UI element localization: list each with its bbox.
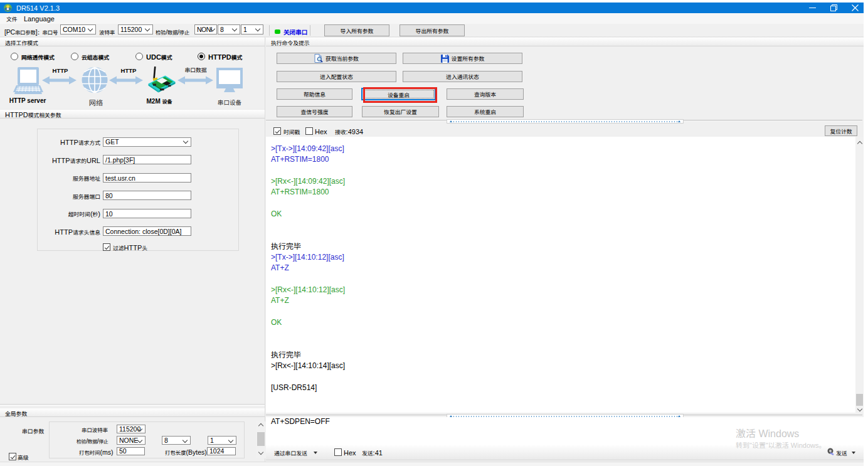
svg-text:M2M 设备: M2M 设备 <box>147 98 173 105</box>
svg-text:串口设备: 串口设备 <box>218 98 242 107</box>
svg-text:网络: 网络 <box>89 97 103 107</box>
svg-text:HTTP server: HTTP server <box>9 97 46 104</box>
svg-text:HTTP: HTTP <box>53 67 68 74</box>
svg-text:HTTP: HTTP <box>121 67 137 74</box>
svg-text:串口数据: 串口数据 <box>184 66 206 73</box>
